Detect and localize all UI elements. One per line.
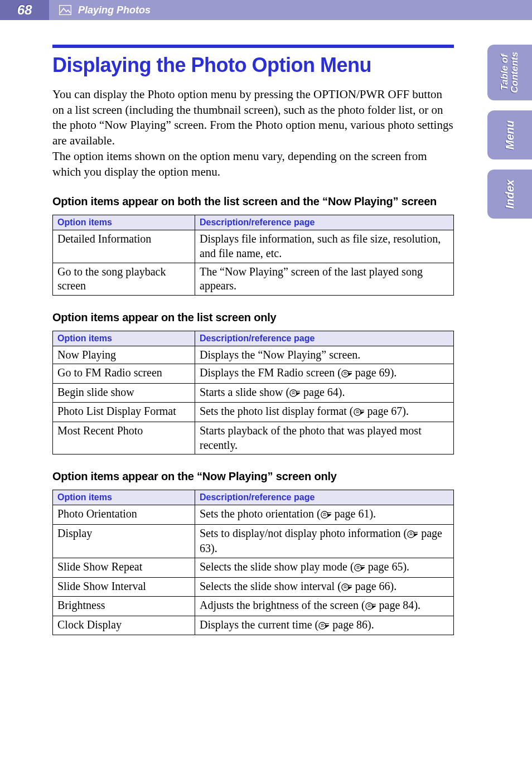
tab-menu[interactable]: Menu [487, 110, 532, 159]
table-list: Option items Description/reference page … [52, 331, 454, 455]
cell-item: Go to FM Radio screen [53, 364, 195, 384]
tab-label: Index [504, 180, 516, 209]
col-description: Description/reference page [195, 490, 454, 505]
side-tabs: Table of Contents Menu Index [487, 45, 532, 229]
table-row: DisplaySets to display/not display photo… [53, 524, 454, 558]
page-ref[interactable]: page 63 [200, 527, 442, 555]
table-both: Option items Description/reference page … [52, 215, 454, 295]
cell-desc: Selects the slide show interval ( page 6… [195, 577, 454, 597]
table-row: Clock DisplayDisplays the current time (… [53, 616, 454, 635]
cell-desc: Selects the slide show play mode ( page … [195, 558, 454, 578]
col-option-items: Option items [53, 331, 195, 346]
cell-desc: Sets to display/not display photo inform… [195, 524, 454, 558]
page-content: Displaying the Photo Option Menu You can… [52, 45, 454, 635]
cell-desc: Starts playback of the photo that was pl… [195, 422, 454, 454]
page-ref[interactable]: page 69 [355, 366, 390, 379]
table-row: Most Recent PhotoStarts playback of the … [53, 422, 454, 454]
cell-item: Slide Show Interval [53, 577, 195, 597]
page-number: 68 [0, 0, 49, 20]
cell-item: Brightness [53, 597, 195, 616]
cell-item: Detailed Information [53, 230, 195, 263]
page-ref[interactable]: page 61 [335, 507, 370, 520]
table-row: Photo OrientationSets the photo orientat… [53, 505, 454, 525]
table-row: Now PlayingDisplays the “Now Playing” sc… [53, 346, 454, 364]
table-row: Begin slide showStarts a slide show ( pa… [53, 383, 454, 403]
cell-desc: Displays the current time ( page 86). [195, 616, 454, 635]
cell-item: Most Recent Photo [53, 422, 195, 454]
table-body: Detailed Information Displays file infor… [53, 230, 454, 295]
photo-icon [59, 5, 71, 15]
tab-label: Menu [504, 120, 516, 149]
cell-desc: Starts a slide show ( page 64). [195, 383, 454, 403]
table-body: Now PlayingDisplays the “Now Playing” sc… [53, 346, 454, 454]
page-header: 68 Playing Photos [0, 0, 532, 20]
cell-desc: Displays the FM Radio screen ( page 69). [195, 364, 454, 384]
cell-desc: Displays file information, such as file … [195, 230, 454, 263]
reference-icon [365, 599, 376, 614]
table-body: Photo OrientationSets the photo orientat… [53, 505, 454, 635]
cell-item: Display [53, 524, 195, 558]
reference-icon [289, 386, 301, 401]
page-ref[interactable]: page 65 [368, 560, 403, 573]
cell-desc: Adjusts the brightness of the screen ( p… [195, 597, 454, 616]
heading-rule [52, 45, 454, 48]
cell-item: Now Playing [53, 346, 195, 364]
reference-icon [354, 561, 365, 576]
reference-icon [318, 619, 330, 634]
cell-desc: Sets the photo orientation ( page 61). [195, 505, 454, 525]
table-row: Photo List Display FormatSets the photo … [53, 403, 454, 422]
page-ref[interactable]: page 66 [355, 580, 390, 592]
intro-paragraph-2: The option items shown on the option men… [52, 149, 454, 180]
page-title: Displaying the Photo Option Menu [52, 54, 454, 77]
cell-item: Go to the song playback screen [53, 263, 195, 295]
page-ref[interactable]: page 67 [367, 405, 403, 417]
cell-desc: Displays the “Now Playing” screen. [195, 346, 454, 364]
table-nowplaying: Option items Description/reference page … [52, 490, 454, 635]
table-row: Go to FM Radio screenDisplays the FM Rad… [53, 364, 454, 384]
intro-paragraph-1: You can display the Photo option menu by… [52, 87, 454, 149]
page-ref[interactable]: page 84 [379, 599, 414, 611]
subheading-nowplaying: Option items appear on the “Now Playing”… [52, 470, 454, 483]
cell-desc: The “Now Playing” screen of the last pla… [195, 263, 454, 295]
reference-icon [341, 367, 352, 381]
reference-icon [407, 528, 418, 542]
col-option-items: Option items [53, 215, 195, 230]
table-row: BrightnessAdjusts the brightness of the … [53, 597, 454, 616]
page-ref[interactable]: page 86 [332, 618, 367, 631]
cell-item: Photo Orientation [53, 505, 195, 525]
col-description: Description/reference page [195, 331, 454, 346]
tab-label: Table of Contents [500, 52, 520, 93]
section-title: Playing Photos [78, 4, 151, 16]
col-description: Description/reference page [195, 215, 454, 230]
subheading-both: Option items appear on both the list scr… [52, 195, 454, 208]
subheading-list: Option items appear on the list screen o… [52, 311, 454, 324]
tab-index[interactable]: Index [487, 170, 532, 219]
table-row: Go to the song playback screen The “Now … [53, 263, 454, 295]
col-option-items: Option items [53, 490, 195, 505]
page-ref[interactable]: page 64 [303, 386, 338, 398]
table-row: Detailed Information Displays file infor… [53, 230, 454, 263]
cell-item: Slide Show Repeat [53, 558, 195, 578]
reference-icon [354, 405, 365, 420]
reference-icon [321, 508, 332, 523]
cell-desc: Sets the photo list display format ( pag… [195, 403, 454, 422]
cell-item: Clock Display [53, 616, 195, 635]
cell-item: Photo List Display Format [53, 403, 195, 422]
cell-item: Begin slide show [53, 383, 195, 403]
table-row: Slide Show RepeatSelects the slide show … [53, 558, 454, 578]
reference-icon [341, 581, 352, 595]
tab-table-of-contents[interactable]: Table of Contents [487, 45, 532, 100]
table-row: Slide Show IntervalSelects the slide sho… [53, 577, 454, 597]
